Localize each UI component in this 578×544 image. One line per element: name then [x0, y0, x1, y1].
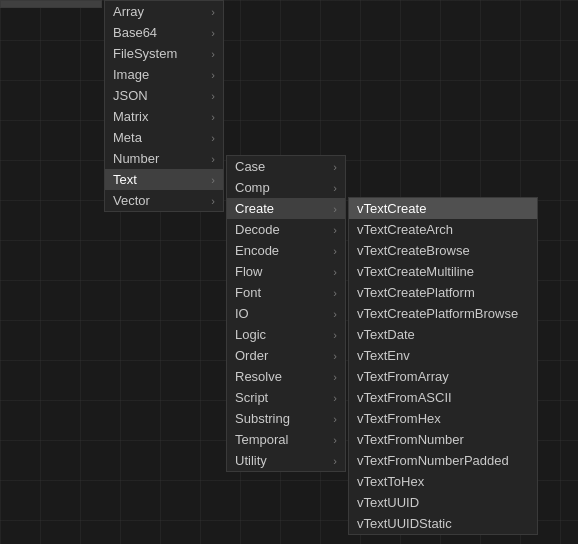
level2-item-number[interactable]: Number› [105, 148, 223, 169]
level2-label: Matrix [113, 109, 211, 124]
level3-item-substring[interactable]: Substring› [227, 408, 345, 429]
chevron-icon: › [333, 266, 337, 278]
chevron-icon: › [333, 371, 337, 383]
chevron-icon: › [211, 195, 215, 207]
chevron-icon: › [211, 153, 215, 165]
chevron-icon: › [211, 6, 215, 18]
chevron-icon: › [333, 182, 337, 194]
level3-item-font[interactable]: Font› [227, 282, 345, 303]
level4-label: vTextCreatePlatform [357, 285, 529, 300]
chevron-icon: › [333, 455, 337, 467]
chevron-icon: › [211, 90, 215, 102]
level3-label: Order [235, 348, 333, 363]
level4-item-vtextfromhex[interactable]: vTextFromHex [349, 408, 537, 429]
chevron-icon: › [333, 161, 337, 173]
level3-item-decode[interactable]: Decode› [227, 219, 345, 240]
level3-item-logic[interactable]: Logic› [227, 324, 345, 345]
level3-label: IO [235, 306, 333, 321]
level3-item-encode[interactable]: Encode› [227, 240, 345, 261]
level3-label: Resolve [235, 369, 333, 384]
level4-label: vTextToHex [357, 474, 529, 489]
vonk-ultra-header[interactable] [1, 1, 101, 7]
level3-menu: Case›Comp›Create›Decode›Encode›Flow›Font… [226, 155, 346, 472]
chevron-icon: › [211, 111, 215, 123]
level4-item-vtextfromarray[interactable]: vTextFromArray [349, 366, 537, 387]
level4-item-vtextdate[interactable]: vTextDate [349, 324, 537, 345]
level2-label: Meta [113, 130, 211, 145]
level3-label: Decode [235, 222, 333, 237]
level4-label: vTextFromNumber [357, 432, 529, 447]
level4-item-vtexttohex[interactable]: vTextToHex [349, 471, 537, 492]
level3-item-utility[interactable]: Utility› [227, 450, 345, 471]
level4-label: vTextDate [357, 327, 529, 342]
level2-item-vector[interactable]: Vector› [105, 190, 223, 211]
level3-label: Font [235, 285, 333, 300]
level4-label: vTextCreatePlatformBrowse [357, 306, 529, 321]
level2-label: JSON [113, 88, 211, 103]
chevron-icon: › [333, 203, 337, 215]
level4-item-vtextcreatearch[interactable]: vTextCreateArch [349, 219, 537, 240]
chevron-icon: › [333, 224, 337, 236]
level4-item-vtextcreateplatformbrowse[interactable]: vTextCreatePlatformBrowse [349, 303, 537, 324]
level2-item-base64[interactable]: Base64› [105, 22, 223, 43]
level3-item-flow[interactable]: Flow› [227, 261, 345, 282]
level2-item-text[interactable]: Text› [105, 169, 223, 190]
level3-label: Flow [235, 264, 333, 279]
level4-item-vtextcreateplatform[interactable]: vTextCreatePlatform [349, 282, 537, 303]
level4-item-vtextuuidstatic[interactable]: vTextUUIDStatic [349, 513, 537, 534]
level3-item-script[interactable]: Script› [227, 387, 345, 408]
level4-item-vtextcreate[interactable]: vTextCreate [349, 198, 537, 219]
level3-item-temporal[interactable]: Temporal› [227, 429, 345, 450]
level4-label: vTextCreateMultiline [357, 264, 529, 279]
level3-label: Logic [235, 327, 333, 342]
level2-item-image[interactable]: Image› [105, 64, 223, 85]
level3-label: Utility [235, 453, 333, 468]
level3-item-io[interactable]: IO› [227, 303, 345, 324]
level3-item-order[interactable]: Order› [227, 345, 345, 366]
level2-item-matrix[interactable]: Matrix› [105, 106, 223, 127]
chevron-icon: › [333, 350, 337, 362]
level2-label: FileSystem [113, 46, 211, 61]
level1-menu [0, 0, 102, 8]
level3-label: Case [235, 159, 333, 174]
level3-item-create[interactable]: Create› [227, 198, 345, 219]
level4-label: vTextFromASCII [357, 390, 529, 405]
level4-item-vtextfromnumberpadded[interactable]: vTextFromNumberPadded [349, 450, 537, 471]
level2-menu: Array›Base64›FileSystem›Image›JSON›Matri… [104, 0, 224, 212]
level2-item-meta[interactable]: Meta› [105, 127, 223, 148]
level3-label: Comp [235, 180, 333, 195]
level3-label: Script [235, 390, 333, 405]
level2-label: Array [113, 4, 211, 19]
level4-label: vTextFromHex [357, 411, 529, 426]
level4-label: vTextCreateArch [357, 222, 529, 237]
level4-item-vtextcreatebrowse[interactable]: vTextCreateBrowse [349, 240, 537, 261]
chevron-icon: › [333, 434, 337, 446]
level4-label: vTextFromNumberPadded [357, 453, 529, 468]
chevron-icon: › [211, 27, 215, 39]
level2-item-json[interactable]: JSON› [105, 85, 223, 106]
level2-label: Number [113, 151, 211, 166]
chevron-icon: › [333, 245, 337, 257]
level4-label: vTextUUIDStatic [357, 516, 529, 531]
level2-item-filesystem[interactable]: FileSystem› [105, 43, 223, 64]
level3-item-comp[interactable]: Comp› [227, 177, 345, 198]
level3-item-case[interactable]: Case› [227, 156, 345, 177]
chevron-icon: › [333, 287, 337, 299]
chevron-icon: › [211, 69, 215, 81]
level2-item-array[interactable]: Array› [105, 1, 223, 22]
chevron-icon: › [333, 413, 337, 425]
chevron-icon: › [333, 308, 337, 320]
level3-label: Encode [235, 243, 333, 258]
level4-item-vtextuuid[interactable]: vTextUUID [349, 492, 537, 513]
level4-item-vtextfromascii[interactable]: vTextFromASCII [349, 387, 537, 408]
level3-label: Temporal [235, 432, 333, 447]
level4-label: vTextFromArray [357, 369, 529, 384]
level4-item-vtextcreatemultiline[interactable]: vTextCreateMultiline [349, 261, 537, 282]
level4-item-vtextenv[interactable]: vTextEnv [349, 345, 537, 366]
level3-item-resolve[interactable]: Resolve› [227, 366, 345, 387]
level4-item-vtextfromnumber[interactable]: vTextFromNumber [349, 429, 537, 450]
chevron-icon: › [333, 329, 337, 341]
chevron-icon: › [211, 132, 215, 144]
level4-label: vTextUUID [357, 495, 529, 510]
level4-label: vTextCreateBrowse [357, 243, 529, 258]
